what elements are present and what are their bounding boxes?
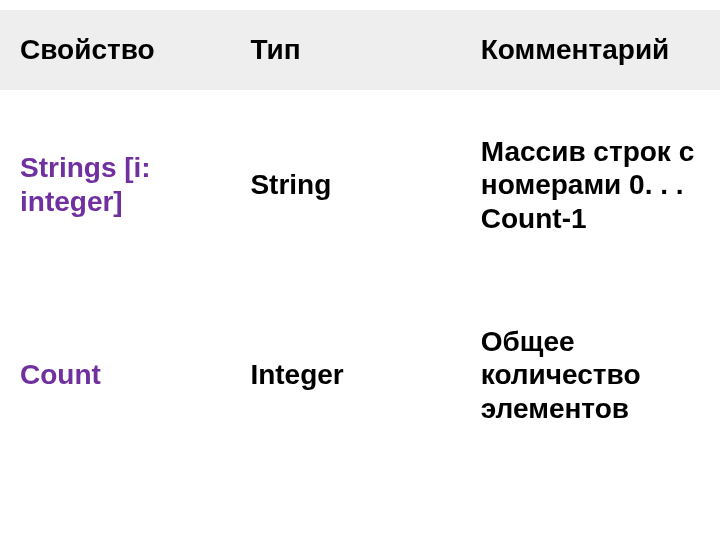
cell-comment: Массив строк с номерами 0. . . Count-1 [461,90,720,280]
cell-property: Strings [i: integer] [0,90,230,280]
cell-type: Integer [230,280,460,470]
table-row: Count Integer Общее количество элементов [0,280,720,470]
properties-table: Свойство Тип Комментарий Strings [i: int… [0,10,720,470]
cell-type: String [230,90,460,280]
table-header-row: Свойство Тип Комментарий [0,10,720,90]
header-type: Тип [230,10,460,90]
cell-property: Count [0,280,230,470]
table-header: Свойство Тип Комментарий [0,10,720,90]
slide: Свойство Тип Комментарий Strings [i: int… [0,0,720,540]
header-comment: Комментарий [461,10,720,90]
table-row: Strings [i: integer] String Массив строк… [0,90,720,280]
cell-comment: Общее количество элементов [461,280,720,470]
header-property: Свойство [0,10,230,90]
table-body: Strings [i: integer] String Массив строк… [0,90,720,470]
